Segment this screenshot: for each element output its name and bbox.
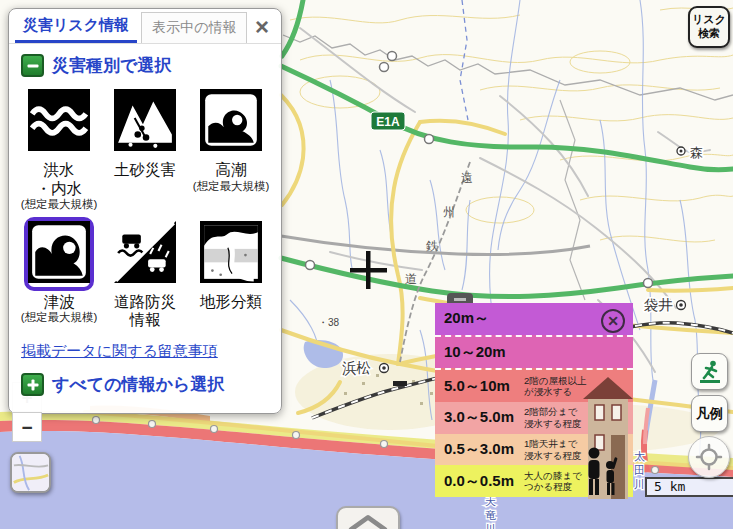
- section-all-info-header[interactable]: すべての情報から選択: [21, 373, 269, 396]
- bottom-panel-expand-button[interactable]: [336, 506, 400, 529]
- legend-range: 5.0～10m: [444, 377, 518, 396]
- svg-text:川: 川: [485, 523, 496, 529]
- disaster-risk-panel: 災害リスク情報 表示中の情報 × 災害種別で選択 洪水 ・内水(想定最大規模)土…: [8, 8, 282, 414]
- tsunami-icon-art: [28, 269, 90, 286]
- svg-text:道: 道: [405, 272, 417, 286]
- legend-range: 0.0～0.5m: [444, 472, 518, 491]
- data-notes-link[interactable]: 掲載データに関する留意事項: [21, 342, 269, 361]
- svg-text:竜: 竜: [485, 509, 496, 521]
- svg-text:遠: 遠: [461, 171, 473, 185]
- disaster-type-sublabel: (想定最大規模): [193, 180, 270, 193]
- disaster-type-landslide[interactable]: 土砂災害: [103, 85, 187, 211]
- map-label-otagawa: 太 田 川: [634, 450, 645, 490]
- flood-icon-art: [28, 137, 90, 154]
- legend-range: 10～20m: [444, 343, 518, 362]
- storm-surge-icon[interactable]: [196, 85, 266, 159]
- svg-text:川: 川: [634, 478, 645, 490]
- storm-surge-icon-art: [200, 137, 262, 154]
- zoom-out-button[interactable]: −: [12, 412, 42, 442]
- section-disaster-type-title: 災害種別で選択: [52, 54, 171, 77]
- risk-search-button[interactable]: リスク 検索: [688, 6, 730, 48]
- legend-row-5.0～10m: 5.0～10m2階の屋根以上 が浸水する: [435, 368, 633, 402]
- locate-icon: [695, 443, 723, 471]
- landslide-icon-art: [114, 137, 176, 154]
- svg-text:太: 太: [634, 450, 645, 462]
- tsunami-depth-legend: ✕ 20m～10～20m5.0～10m2階の屋根以上 が浸水する3.0～5.0m…: [435, 303, 633, 497]
- legend-row-10～20m: 10～20m: [435, 335, 633, 369]
- landslide-icon[interactable]: [110, 85, 180, 159]
- legend-description: 1階天井まで 浸水する程度: [524, 438, 581, 461]
- road-disaster-icon-art: [114, 269, 176, 286]
- disaster-type-label: 津波: [44, 293, 75, 312]
- legend-range: 20m～: [444, 309, 518, 328]
- landform-icon[interactable]: [196, 217, 266, 291]
- expand-plus-icon[interactable]: [21, 373, 44, 396]
- legend-row-3.0～5.0m: 3.0～5.0m2階部分まで 浸水する程度: [435, 402, 633, 434]
- map-label-mori: 森: [690, 145, 703, 160]
- disaster-type-grid: 洪水 ・内水(想定最大規模)土砂災害高潮(想定最大規模)津波(想定最大規模)道路…: [9, 83, 281, 330]
- minimap-toggle-button[interactable]: [10, 452, 51, 493]
- legend-description: 2階の屋根以上 が浸水する: [524, 375, 587, 398]
- disaster-type-road-disaster[interactable]: 道路防災 情報: [103, 217, 187, 330]
- disaster-type-tsunami[interactable]: 津波(想定最大規模): [17, 217, 101, 330]
- panel-tabs: 災害リスク情報 表示中の情報: [9, 9, 281, 44]
- flood-icon[interactable]: [24, 85, 94, 159]
- expressway-shield: E1A: [371, 112, 405, 130]
- panel-close-button[interactable]: ×: [253, 13, 271, 41]
- legend-row-0.0～0.5m: 0.0～0.5m大人の膝まで つかる程度: [435, 465, 633, 497]
- legend-range: 0.5～3.0m: [444, 440, 518, 459]
- disaster-type-label: 地形分類: [200, 293, 262, 312]
- minimap-icon: [12, 454, 50, 492]
- svg-text:田: 田: [634, 464, 645, 476]
- disaster-type-flood[interactable]: 洪水 ・内水(想定最大規模): [17, 85, 101, 211]
- map-label-tenryu: 天 竜 川: [485, 495, 496, 529]
- expressway-shield-label: E1A: [376, 115, 400, 129]
- legend-toggle-button[interactable]: 凡例: [691, 395, 728, 432]
- disaster-type-sublabel: (想定最大規模): [21, 198, 98, 211]
- disaster-type-landform[interactable]: 地形分類: [189, 217, 273, 330]
- scale-bar: 5 km: [645, 477, 733, 497]
- map-label-fukuroi: 袋井: [644, 297, 673, 313]
- evacuation-run-button[interactable]: [691, 353, 728, 390]
- map-label-hamamatsu: 浜松: [342, 360, 371, 376]
- tab-displayed-info[interactable]: 表示中の情報: [141, 12, 247, 43]
- disaster-type-storm-surge[interactable]: 高潮(想定最大規模): [189, 85, 273, 211]
- chevron-up-icon: [338, 508, 398, 529]
- hazard-map-app: E1A 浜松 袋井 森 ・38 遠 州 鉄 道 太 田 川 天 竜: [0, 0, 733, 529]
- legend-collapse-tab[interactable]: [447, 293, 473, 303]
- legend-description: 大人の膝まで つかる程度: [524, 470, 582, 493]
- running-person-icon: [697, 359, 723, 385]
- legend-row-0.5～3.0m: 0.5～3.0m1階天井まで 浸水する程度: [435, 434, 633, 466]
- section-all-info-title: すべての情報から選択: [52, 373, 224, 396]
- legend-description: 2階部分まで 浸水する程度: [524, 406, 581, 429]
- disaster-type-sublabel: (想定最大規模): [21, 311, 98, 324]
- svg-text:州: 州: [443, 205, 455, 219]
- tab-disaster-risk-info[interactable]: 災害リスク情報: [15, 10, 137, 43]
- disaster-type-label: 高潮: [216, 161, 247, 180]
- legend-range: 3.0～5.0m: [444, 408, 518, 427]
- legend-close-button[interactable]: ✕: [601, 309, 625, 333]
- disaster-type-label: 洪水 ・内水: [36, 161, 83, 198]
- gps-locate-button[interactable]: [688, 436, 730, 478]
- landform-icon-art: [200, 269, 262, 286]
- collapse-minus-icon[interactable]: [21, 54, 44, 77]
- disaster-type-label: 土砂災害: [114, 161, 176, 180]
- disaster-type-label: 道路防災 情報: [114, 293, 176, 330]
- tsunami-icon[interactable]: [24, 217, 94, 291]
- road-disaster-icon[interactable]: [110, 217, 180, 291]
- map-label-spot38: ・38: [318, 317, 340, 328]
- svg-text:鉄: 鉄: [426, 239, 438, 253]
- section-disaster-type-header[interactable]: 災害種別で選択: [21, 54, 269, 77]
